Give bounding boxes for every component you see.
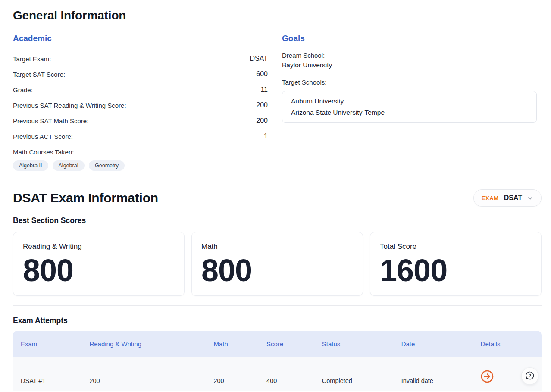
field-value: 200: [256, 101, 268, 109]
score-card-value: 1600: [380, 255, 532, 286]
field-value: 11: [260, 86, 268, 94]
section-divider: [13, 305, 542, 306]
course-tag: Algebra II: [13, 160, 48, 171]
academic-section: Academic Target Exam: DSAT Target SAT Sc…: [13, 33, 268, 171]
field-label: Previous SAT Math Score:: [13, 117, 88, 125]
field-value: DSAT: [250, 55, 268, 63]
section-divider: [13, 180, 542, 180]
field-label: Grade:: [13, 86, 33, 94]
goals-section: Goals Dream School: Baylor University Ta…: [282, 33, 537, 171]
exam-selector-tag: EXAM: [482, 195, 499, 201]
details-button[interactable]: [481, 370, 494, 384]
profile-page: General Information Academic Target Exam…: [0, 8, 551, 392]
column-header-reading-writing: Reading & Writing: [81, 340, 206, 348]
score-card-total: Total Score 1600: [370, 232, 542, 296]
panel-edge-divider: [548, 8, 548, 392]
field-target-sat-score: Target SAT Score: 600: [13, 66, 268, 82]
cell-math: 200: [206, 377, 259, 391]
cell-reading-writing: 200: [81, 377, 206, 391]
field-value: 1: [264, 132, 268, 140]
field-prev-math-score: Previous SAT Math Score: 200: [13, 113, 268, 129]
field-label: Target Exam:: [13, 55, 51, 63]
status-badge: Completed: [314, 377, 394, 391]
column-header-status: Status: [314, 340, 394, 348]
academic-heading: Academic: [13, 33, 268, 44]
score-card-title: Total Score: [380, 242, 532, 251]
course-tag: Geometry: [89, 160, 125, 171]
question-chat-icon: ?: [525, 370, 535, 382]
field-math-courses: Math Courses Taken:: [13, 144, 268, 160]
score-card-value: 800: [201, 255, 353, 286]
general-info-columns: Academic Target Exam: DSAT Target SAT Sc…: [13, 33, 542, 171]
field-label: Math Courses Taken:: [13, 148, 74, 156]
academic-fields: Target Exam: DSAT Target SAT Score: 600 …: [13, 51, 268, 160]
exam-section-header: DSAT Exam Information EXAM DSAT: [13, 189, 542, 207]
cell-exam: DSAT #1: [13, 377, 81, 391]
target-school-item: Auburn University: [291, 96, 528, 107]
cell-score: 400: [259, 377, 314, 391]
svg-text:?: ?: [529, 373, 532, 378]
field-label: Previous SAT Reading & Writing Score:: [13, 102, 126, 109]
score-card-value: 800: [23, 255, 175, 286]
score-card-title: Reading & Writing: [23, 242, 175, 251]
exam-section-title: DSAT Exam Information: [13, 189, 158, 207]
field-target-exam: Target Exam: DSAT: [13, 51, 268, 66]
field-prev-rw-score: Previous SAT Reading & Writing Score: 20…: [13, 97, 268, 113]
field-label: Previous ACT Score:: [13, 133, 73, 140]
score-card-math: Math 800: [191, 232, 363, 296]
page-title: General Information: [13, 8, 542, 23]
arrow-right-circle-icon: [481, 370, 494, 384]
exam-selector-dropdown[interactable]: EXAM DSAT: [473, 189, 542, 207]
cell-date: Invalid date: [394, 377, 473, 391]
goals-heading: Goals: [282, 33, 537, 44]
help-button[interactable]: ?: [521, 367, 538, 385]
math-course-tags: Algebra II AlgebraI Geometry: [13, 160, 268, 171]
score-card-reading-writing: Reading & Writing 800: [13, 232, 185, 296]
target-schools-list: Auburn University Arizona State Universi…: [282, 91, 537, 123]
field-grade: Grade: 11: [13, 82, 268, 97]
field-value: 600: [256, 70, 268, 78]
best-score-cards: Reading & Writing 800 Math 800 Total Sco…: [13, 232, 542, 296]
column-header-math: Math: [206, 340, 259, 348]
field-prev-act-score: Previous ACT Score: 1: [13, 129, 268, 144]
score-card-title: Math: [201, 242, 353, 251]
column-header-score: Score: [259, 340, 314, 348]
exam-selector-value: DSAT: [504, 194, 522, 202]
column-header-exam: Exam: [13, 340, 81, 348]
table-row: DSAT #1 200 200 400 Completed Invalid da…: [13, 357, 542, 391]
best-section-scores-heading: Best Section Scores: [13, 216, 542, 225]
course-tag: AlgebraI: [53, 160, 85, 171]
exam-attempts-table: Exam Reading & Writing Math Score Status…: [13, 331, 542, 391]
column-header-details: Details: [473, 340, 542, 348]
table-header-row: Exam Reading & Writing Math Score Status…: [13, 331, 542, 357]
exam-attempts-heading: Exam Attempts: [13, 316, 542, 325]
target-schools-label: Target Schools:: [282, 78, 537, 87]
field-label: Target SAT Score:: [13, 71, 65, 78]
column-header-date: Date: [394, 340, 473, 348]
chevron-down-icon: [527, 195, 533, 201]
field-value: 200: [256, 117, 268, 125]
dream-school-label: Dream School:: [282, 51, 537, 60]
target-school-item: Arizona State University-Tempe: [291, 107, 528, 118]
dream-school-value: Baylor University: [282, 60, 537, 70]
